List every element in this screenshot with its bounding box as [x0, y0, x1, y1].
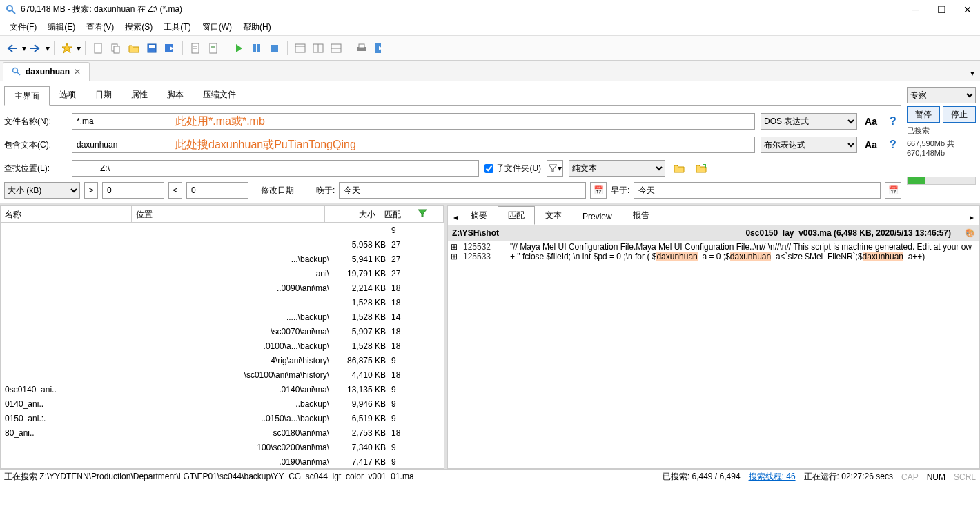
table-row[interactable]: 80_ani..sc0180\ani\ma\2,753 KB18 [1, 425, 444, 440]
size-min-input[interactable] [102, 182, 164, 199]
menu-window[interactable]: 窗口(W) [197, 20, 237, 34]
tab-zip[interactable]: 压缩文件 [193, 86, 246, 105]
browse-folder-button[interactable] [671, 160, 687, 177]
save-button[interactable] [144, 40, 160, 57]
table-row[interactable]: ...\backup\5,941 KB27 [1, 252, 444, 266]
table-row[interactable]: 0150_ani.:...0150\a...\backup\6,519 KB9 [1, 411, 444, 425]
table-row[interactable]: ..0090\ani\ma\2,214 KB18 [1, 281, 444, 295]
case-toggle[interactable]: Aa [863, 113, 879, 130]
close-button[interactable]: ✕ [961, 4, 974, 15]
table-row[interactable]: 1,528 KB18 [1, 295, 444, 310]
stop-search-button[interactable]: 停止 [943, 106, 976, 123]
preview-tab-text[interactable]: 文本 [535, 206, 572, 225]
menu-tools[interactable]: 工具(T) [158, 20, 196, 34]
recent-folder-button[interactable] [693, 160, 709, 177]
help-icon[interactable]: ? [885, 113, 901, 130]
menu-search[interactable]: 搜索(S) [119, 20, 158, 34]
menu-file[interactable]: 文件(F) [4, 20, 42, 34]
tab-options[interactable]: 选项 [50, 86, 86, 105]
print-button[interactable] [353, 40, 370, 57]
copy-button[interactable] [108, 40, 124, 57]
status-threads-link[interactable]: 搜索线程: 46 [749, 471, 796, 483]
size-gt-button[interactable]: > [84, 182, 98, 199]
preview-tab-summary[interactable]: 摘要 [460, 206, 498, 225]
tab-date[interactable]: 日期 [86, 86, 121, 105]
tab-close-icon[interactable]: ✕ [74, 67, 81, 77]
mode-select[interactable]: 专家 [907, 87, 976, 103]
table-row[interactable]: .....\backup\1,528 KB14 [1, 310, 444, 324]
table-row[interactable]: 100\sc0200\ani\ma\7,340 KB9 [1, 440, 444, 454]
layout2-button[interactable] [310, 40, 326, 57]
search-tab[interactable]: daxunhuan ✕ [3, 62, 90, 81]
preview-tab-match[interactable]: 匹配 [498, 206, 535, 225]
nav-back-button[interactable] [4, 40, 21, 57]
col-name-header[interactable]: 名称 [1, 206, 132, 222]
table-row[interactable]: 4\rig\ani\history\86,875 KB9 [1, 353, 444, 368]
menu-edit[interactable]: 编辑(E) [42, 20, 81, 34]
table-row[interactable]: \sc0070\ani\ma\5,907 KB18 [1, 324, 444, 339]
layout3-button[interactable] [328, 40, 344, 57]
preview-tab-preview[interactable]: Preview [572, 208, 623, 225]
nav-forward-button[interactable] [28, 40, 44, 57]
menu-view[interactable]: 查看(V) [81, 20, 119, 34]
fwd-dropdown[interactable]: ▾ [46, 43, 50, 53]
stop-button[interactable] [266, 40, 283, 57]
favorite-button[interactable] [59, 40, 75, 57]
pause-search-button[interactable]: 暂停 [907, 106, 940, 123]
col-match-header[interactable]: 匹配 [380, 206, 413, 222]
after-calendar-button[interactable]: 📅 [590, 182, 607, 199]
preview-line[interactable]: ⊞125533 + " fclose $fileId; \n int $pd =… [451, 252, 977, 261]
filename-input[interactable] [72, 113, 755, 130]
exit-button[interactable] [371, 40, 388, 57]
pause-button[interactable] [248, 40, 265, 57]
new-doc-button[interactable] [90, 40, 106, 57]
contains-expr-select[interactable]: 布尔表达式 [761, 137, 857, 153]
case-toggle-2[interactable]: Aa [863, 137, 879, 153]
table-row[interactable]: 9 [1, 223, 444, 237]
back-dropdown[interactable]: ▾ [22, 43, 26, 53]
filename-expr-select[interactable]: DOS 表达式 [761, 113, 857, 130]
contains-input[interactable] [72, 137, 755, 153]
table-row[interactable]: ani\19,791 KB27 [1, 266, 444, 281]
tabstrip-dropdown[interactable]: ▾ [968, 66, 977, 81]
tab-main[interactable]: 主界面 [4, 86, 50, 106]
filter-button[interactable]: ▾ [547, 160, 563, 177]
before-calendar-button[interactable]: 📅 [885, 182, 901, 199]
size-lt-button[interactable]: < [168, 182, 182, 199]
size-max-input[interactable] [186, 182, 248, 199]
table-row[interactable]: 0140_ani....backup\9,946 KB9 [1, 396, 444, 411]
after-input[interactable] [339, 182, 586, 199]
palette-icon[interactable]: 🎨 [965, 228, 975, 238]
table-row[interactable]: \sc0100\ani\ma\history\4,410 KB18 [1, 368, 444, 382]
col-loc-header[interactable]: 位置 [132, 206, 325, 222]
size-unit-select[interactable]: 大小 (kB) [4, 182, 80, 199]
doc1-button[interactable] [187, 40, 204, 57]
doc2-button[interactable] [205, 40, 222, 57]
table-row[interactable]: .0190\ani\ma\7,417 KB9 [1, 454, 444, 468]
layout1-button[interactable] [292, 40, 308, 57]
lookin-input[interactable] [72, 160, 479, 177]
minimize-button[interactable]: ─ [908, 4, 922, 15]
maximize-button[interactable]: ☐ [934, 4, 948, 15]
filter-header-icon[interactable] [413, 206, 444, 222]
menu-help[interactable]: 帮助(H) [237, 20, 277, 34]
help-icon-2[interactable]: ? [885, 137, 901, 153]
table-row[interactable]: 0sc0140_ani...0140\ani\ma\13,135 KB9 [1, 382, 444, 396]
lookin-expr-select[interactable]: 纯文本 [569, 160, 665, 177]
preview-nav-right[interactable]: ▸ [967, 210, 977, 225]
table-row[interactable]: 5,958 KB27 [1, 237, 444, 252]
svg-line-1 [12, 10, 15, 14]
preview-line[interactable]: ⊞125532 "// Maya Mel UI Configuration Fi… [451, 242, 977, 252]
table-row[interactable]: .0100\a...\backup\1,528 KB18 [1, 339, 444, 353]
tab-attr[interactable]: 属性 [121, 86, 157, 105]
col-size-header[interactable]: 大小 [325, 206, 380, 222]
tab-script[interactable]: 脚本 [157, 86, 193, 105]
fav-dropdown[interactable]: ▾ [77, 43, 81, 53]
preview-tab-report[interactable]: 报告 [623, 206, 660, 225]
export-button[interactable] [161, 40, 178, 57]
open-button[interactable] [126, 40, 142, 57]
before-input[interactable] [634, 182, 881, 199]
play-button[interactable] [231, 40, 247, 57]
preview-nav-left[interactable]: ◂ [451, 210, 460, 225]
subfolders-checkbox[interactable]: 子文件夹(U) [484, 163, 541, 174]
